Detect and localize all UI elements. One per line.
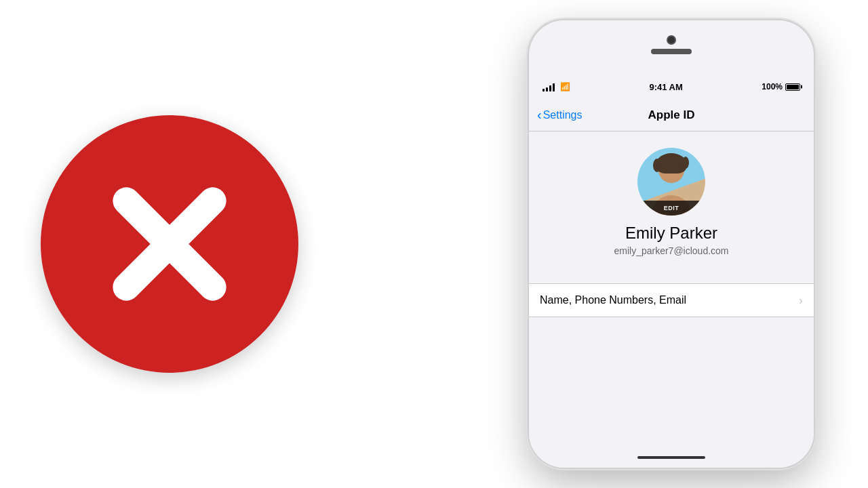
settings-row-label: Name, Phone Numbers, Email — [540, 294, 686, 306]
settings-row-name[interactable]: Name, Phone Numbers, Email › — [529, 284, 814, 317]
signal-bar-4 — [553, 83, 555, 92]
iphone-top-bar — [529, 20, 814, 75]
battery-percentage: 100% — [762, 82, 783, 92]
profile-name: Emily Parker — [625, 224, 717, 243]
iphone-screen: 📶 9:41 AM 100% ‹ Settings Apple ID — [529, 75, 814, 468]
status-left: 📶 — [542, 82, 570, 92]
status-right: 100% — [762, 82, 800, 92]
home-bar — [637, 456, 705, 459]
nav-bar: ‹ Settings Apple ID — [529, 99, 814, 131]
signal-bar-1 — [542, 89, 545, 92]
camera-dot — [667, 35, 676, 45]
settings-row-chevron-icon: › — [799, 293, 803, 308]
x-mark-icon — [102, 176, 237, 312]
profile-email: emily_parker7@icloud.com — [614, 245, 728, 256]
avatar-edit-label[interactable]: EDIT — [637, 201, 705, 216]
nav-title: Apple ID — [648, 108, 695, 122]
avatar[interactable]: EDIT — [637, 148, 705, 216]
wifi-icon: 📶 — [560, 82, 570, 92]
content-area: EDIT Emily Parker emily_parker7@icloud.c… — [529, 131, 814, 447]
settings-list: Name, Phone Numbers, Email › — [529, 270, 814, 447]
error-circle — [41, 115, 298, 373]
profile-section: EDIT Emily Parker emily_parker7@icloud.c… — [529, 131, 814, 270]
home-indicator — [529, 447, 814, 468]
iphone-frame: 📶 9:41 AM 100% ‹ Settings Apple ID — [529, 20, 814, 468]
signal-bar-3 — [549, 85, 551, 92]
scene: 📶 9:41 AM 100% ‹ Settings Apple ID — [0, 0, 868, 488]
status-bar: 📶 9:41 AM 100% — [529, 75, 814, 99]
settings-group: Name, Phone Numbers, Email › — [529, 283, 814, 317]
person-hair — [656, 153, 686, 174]
speaker-grille — [651, 49, 692, 54]
back-label: Settings — [543, 109, 583, 121]
signal-bars-icon — [542, 82, 555, 92]
battery-icon — [785, 83, 800, 91]
back-button[interactable]: ‹ Settings — [537, 108, 582, 121]
back-chevron-icon: ‹ — [537, 108, 542, 121]
battery-fill — [787, 85, 799, 89]
status-time: 9:41 AM — [649, 82, 682, 92]
signal-bar-2 — [546, 87, 548, 92]
